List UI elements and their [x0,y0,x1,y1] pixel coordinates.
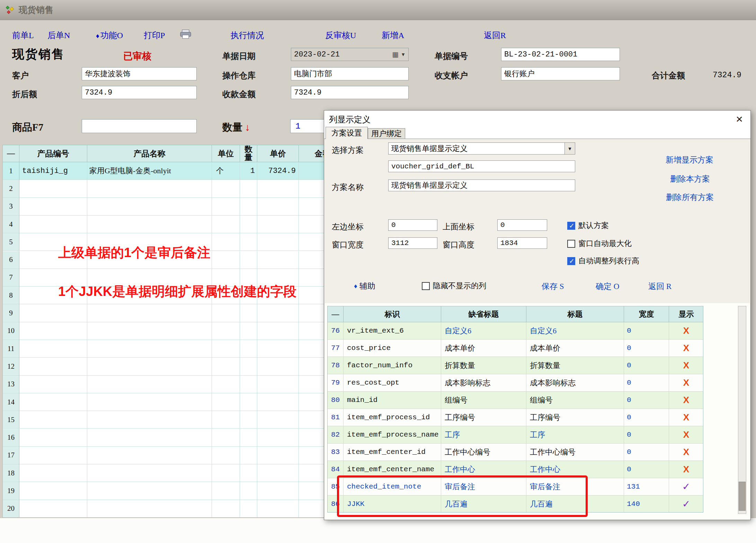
cell-id[interactable]: item_emf_center_id [344,444,441,461]
received-field[interactable]: 7324.9 [291,86,409,99]
cell-qty[interactable] [240,482,257,500]
cell-name[interactable] [87,216,212,233]
cell-default_title[interactable]: 工作中心编号 [441,444,526,461]
cell-qty[interactable] [240,376,257,393]
cell-code[interactable] [19,198,87,216]
top-coord-field[interactable]: 0 [497,219,547,231]
printer-icon[interactable] [179,29,192,41]
cell-code[interactable] [19,464,87,482]
cell-price[interactable] [257,233,299,251]
cell-title[interactable]: 折算数量 [526,357,624,374]
cell-no[interactable]: 8 [3,287,19,304]
cell-unit[interactable] [212,251,240,269]
cell-default_title[interactable]: 工作中心 [441,461,526,478]
cell-name[interactable] [87,376,212,393]
hidden-x-icon[interactable]: X [669,340,703,357]
cell-qty[interactable] [240,216,257,233]
auto-row-height-checkbox[interactable]: 自动调整列表行高 [567,256,639,266]
cell-price[interactable] [257,340,299,358]
cell-no[interactable]: 80 [328,392,344,409]
cell-qty[interactable] [240,411,257,429]
cell-width[interactable]: 140 [624,496,669,513]
cell-name[interactable] [87,500,212,518]
return-button[interactable]: 返回R [484,30,506,41]
cell-id[interactable]: main_id [344,392,441,409]
hide-hidden-columns-checkbox[interactable]: 隐藏不显示的列 [422,281,486,291]
cell-id[interactable]: item_emf_process_name [344,426,441,444]
hidden-x-icon[interactable]: X [669,322,703,340]
cell-id[interactable]: factor_num_info [344,357,441,374]
cell-name[interactable] [87,447,212,464]
hidden-x-icon[interactable]: X [669,392,703,409]
cell-width[interactable]: 0 [624,357,669,374]
cell-default_title[interactable]: 审后备注 [441,478,526,496]
cell-price[interactable] [257,180,299,198]
cell-price[interactable] [257,304,299,322]
cell-no[interactable]: 83 [328,444,344,461]
cell-id[interactable]: JJKK [344,496,441,513]
unapprove-button[interactable]: 反审核U [325,30,356,41]
cell-code[interactable] [19,447,87,464]
cell-code[interactable] [19,500,87,518]
cell-name[interactable] [87,198,212,216]
cell-title[interactable]: 审后备注 [526,478,624,496]
cell-default_title[interactable]: 工序编号 [441,409,526,426]
cell-unit[interactable] [212,482,240,500]
scheme-name-field[interactable]: 现货销售单据显示定义 [388,179,575,191]
cell-unit[interactable]: 个 [212,162,240,180]
cell-default_title[interactable]: 几百遍 [441,496,526,513]
doc-no-field[interactable]: BL-23-02-21-0001 [501,48,620,61]
functions-button[interactable]: ♦功能O [96,30,123,41]
cell-no[interactable]: 86 [328,496,344,513]
cell-price[interactable] [257,464,299,482]
cell-qty[interactable] [240,447,257,464]
cell-code[interactable] [19,393,87,411]
cell-default_title[interactable]: 自定义6 [441,322,526,340]
hidden-x-icon[interactable]: X [669,374,703,392]
cell-qty[interactable] [240,180,257,198]
cell-no[interactable]: 1 [3,162,19,180]
auto-maximize-checkbox[interactable]: 窗口自动最大化 [567,238,632,249]
scheme-select[interactable]: 现货销售单据显示定义 ▼ [388,142,575,155]
cell-name[interactable]: 家用G型电脑-金奥-onlyit [87,162,212,180]
hidden-x-icon[interactable]: X [669,444,703,461]
cell-qty[interactable] [240,340,257,358]
cell-title[interactable]: 成本影响标志 [526,374,624,392]
scheme-id-field[interactable]: voucher_grid_def_BL [388,160,575,172]
product-input[interactable] [82,119,197,133]
cell-name[interactable] [87,358,212,375]
cell-name[interactable] [87,411,212,429]
cell-no[interactable]: 3 [3,198,19,216]
vertical-scrollbar[interactable] [738,306,746,514]
cell-unit[interactable] [212,447,240,464]
cell-default_title[interactable]: 折算数量 [441,357,526,374]
cell-name[interactable] [87,340,212,358]
next-doc-button[interactable]: 后单N [47,30,70,41]
cell-unit[interactable] [212,340,240,358]
cell-no[interactable]: 7 [3,269,19,287]
cell-title[interactable]: 工作中心编号 [526,444,624,461]
dropdown-arrow-icon[interactable]: ▼ [564,143,575,154]
tab-scheme-settings[interactable]: 方案设置 [326,127,368,139]
cell-unit[interactable] [212,322,240,340]
cell-name[interactable] [87,464,212,482]
cell-qty[interactable] [240,304,257,322]
cell-unit[interactable] [212,198,240,216]
cell-title[interactable]: 工序编号 [526,409,624,426]
hidden-x-icon[interactable]: X [669,426,703,444]
cell-qty[interactable] [240,500,257,518]
cell-price[interactable] [257,376,299,393]
cell-no[interactable]: 6 [3,251,19,269]
cell-title[interactable]: 成本单价 [526,340,624,357]
cell-no[interactable]: 13 [3,376,19,393]
cell-code[interactable] [19,411,87,429]
cell-price[interactable] [257,198,299,216]
helper-button[interactable]: ♦ 辅助 [354,281,375,291]
cell-id[interactable]: item_emf_process_id [344,409,441,426]
cell-name[interactable] [87,429,212,447]
hidden-x-icon[interactable]: X [669,461,703,478]
cell-no[interactable]: 5 [3,233,19,251]
hidden-x-icon[interactable]: X [669,357,703,374]
cell-id[interactable]: item_emf_center_name [344,461,441,478]
cell-no[interactable]: 12 [3,358,19,375]
